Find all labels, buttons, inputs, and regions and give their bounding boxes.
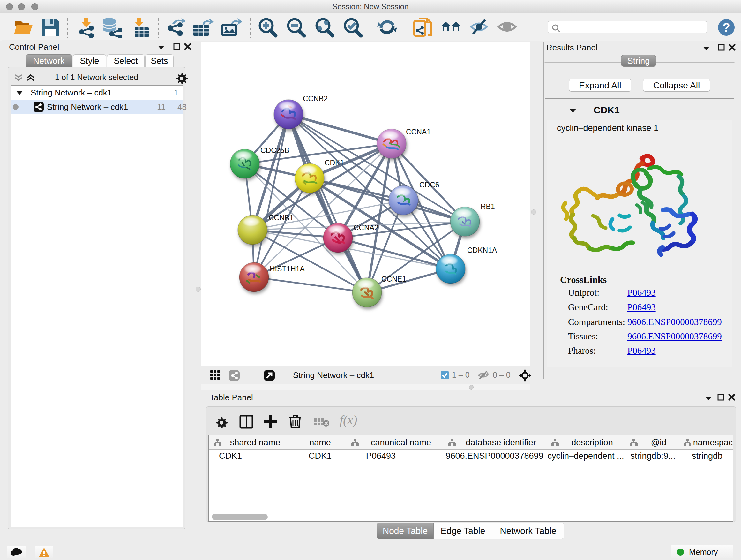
svg-text:CCNB1: CCNB1	[269, 213, 293, 222]
svg-text:RB1: RB1	[481, 202, 495, 211]
svg-text:?: ?	[723, 21, 730, 34]
svg-text:CDK1: CDK1	[325, 159, 344, 167]
svg-text:CDKN1A: CDKN1A	[467, 246, 497, 254]
svg-text:HIST1H1A: HIST1H1A	[270, 265, 305, 273]
svg-text:CCNA1: CCNA1	[406, 128, 431, 136]
svg-text:CCNB2: CCNB2	[303, 95, 328, 103]
svg-text:CDC25B: CDC25B	[260, 146, 289, 154]
svg-text:CCNE1: CCNE1	[381, 275, 406, 283]
svg-text:CDC6: CDC6	[419, 181, 440, 189]
svg-text:CCNA2: CCNA2	[354, 224, 379, 232]
